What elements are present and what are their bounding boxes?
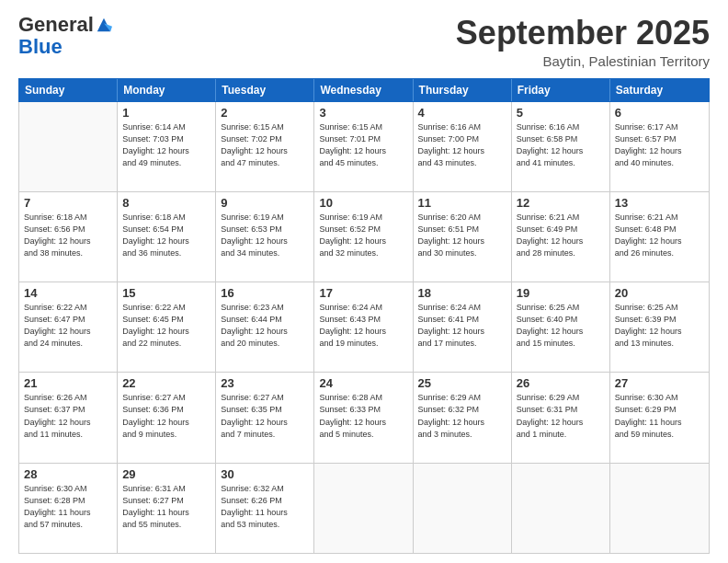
calendar-cell: 28Sunrise: 6:30 AM Sunset: 6:28 PM Dayli… [19,464,118,553]
day-number: 8 [122,196,210,210]
day-info: Sunrise: 6:30 AM Sunset: 6:28 PM Dayligh… [24,483,112,531]
calendar-cell [414,464,512,553]
day-info: Sunrise: 6:24 AM Sunset: 6:41 PM Dayligh… [418,302,506,350]
day-number: 17 [319,286,407,300]
day-info: Sunrise: 6:23 AM Sunset: 6:44 PM Dayligh… [221,302,309,350]
day-info: Sunrise: 6:27 AM Sunset: 6:35 PM Dayligh… [221,392,309,440]
day-info: Sunrise: 6:29 AM Sunset: 6:32 PM Dayligh… [418,392,506,440]
calendar-cell [512,464,610,553]
day-number: 16 [221,286,309,300]
header: General Blue September 2025 Baytin, Pale… [18,15,710,69]
page: General Blue September 2025 Baytin, Pale… [0,0,728,563]
day-info: Sunrise: 6:25 AM Sunset: 6:40 PM Dayligh… [517,302,605,350]
month-title: September 2025 [456,15,710,52]
calendar-cell: 12Sunrise: 6:21 AM Sunset: 6:49 PM Dayli… [512,192,610,282]
day-info: Sunrise: 6:21 AM Sunset: 6:48 PM Dayligh… [615,212,704,259]
calendar-cell: 30Sunrise: 6:32 AM Sunset: 6:26 PM Dayli… [216,464,314,553]
calendar-cell: 23Sunrise: 6:27 AM Sunset: 6:35 PM Dayli… [216,373,314,462]
calendar-cell: 2Sunrise: 6:15 AM Sunset: 7:02 PM Daylig… [216,102,314,191]
logo-general-text: General [18,15,94,35]
day-info: Sunrise: 6:17 AM Sunset: 6:57 PM Dayligh… [615,121,704,169]
day-number: 21 [24,376,112,390]
day-number: 15 [122,286,210,300]
day-number: 25 [418,376,506,390]
calendar-cell: 18Sunrise: 6:24 AM Sunset: 6:41 PM Dayli… [414,282,512,372]
calendar-cell: 21Sunrise: 6:26 AM Sunset: 6:37 PM Dayli… [19,373,118,462]
calendar-cell: 22Sunrise: 6:27 AM Sunset: 6:36 PM Dayli… [118,373,216,462]
day-info: Sunrise: 6:18 AM Sunset: 6:54 PM Dayligh… [122,212,210,259]
day-info: Sunrise: 6:26 AM Sunset: 6:37 PM Dayligh… [24,392,112,440]
day-info: Sunrise: 6:31 AM Sunset: 6:27 PM Dayligh… [122,483,210,531]
calendar-cell: 20Sunrise: 6:25 AM Sunset: 6:39 PM Dayli… [610,282,709,372]
day-info: Sunrise: 6:16 AM Sunset: 6:58 PM Dayligh… [517,121,605,169]
calendar-cell: 5Sunrise: 6:16 AM Sunset: 6:58 PM Daylig… [512,102,610,191]
day-info: Sunrise: 6:30 AM Sunset: 6:29 PM Dayligh… [615,392,704,440]
day-info: Sunrise: 6:25 AM Sunset: 6:39 PM Dayligh… [615,302,704,350]
day-info: Sunrise: 6:22 AM Sunset: 6:45 PM Dayligh… [122,302,210,350]
calendar-cell [610,464,709,553]
calendar: SundayMondayTuesdayWednesdayThursdayFrid… [18,78,710,554]
header-day-saturday: Saturday [610,79,709,101]
logo: General Blue [18,15,112,59]
day-number: 2 [221,106,309,120]
day-info: Sunrise: 6:19 AM Sunset: 6:53 PM Dayligh… [221,212,309,259]
day-number: 14 [24,286,112,300]
day-number: 28 [24,467,112,481]
day-info: Sunrise: 6:14 AM Sunset: 7:03 PM Dayligh… [122,121,210,169]
calendar-row-1: 7Sunrise: 6:18 AM Sunset: 6:56 PM Daylig… [19,192,709,282]
calendar-cell: 3Sunrise: 6:15 AM Sunset: 7:01 PM Daylig… [314,102,413,191]
day-number: 27 [615,376,704,390]
calendar-cell: 24Sunrise: 6:28 AM Sunset: 6:33 PM Dayli… [314,373,413,462]
header-day-tuesday: Tuesday [216,79,314,101]
calendar-cell [19,102,118,191]
calendar-cell: 16Sunrise: 6:23 AM Sunset: 6:44 PM Dayli… [216,282,314,372]
header-day-monday: Monday [118,79,216,101]
logo-blue-text: Blue [18,35,63,58]
calendar-cell: 27Sunrise: 6:30 AM Sunset: 6:29 PM Dayli… [610,373,709,462]
calendar-cell: 13Sunrise: 6:21 AM Sunset: 6:48 PM Dayli… [610,192,709,282]
calendar-cell: 4Sunrise: 6:16 AM Sunset: 7:00 PM Daylig… [414,102,512,191]
title-block: September 2025 Baytin, Palestinian Terri… [456,15,710,69]
day-info: Sunrise: 6:20 AM Sunset: 6:51 PM Dayligh… [418,212,506,259]
calendar-cell: 25Sunrise: 6:29 AM Sunset: 6:32 PM Dayli… [414,373,512,462]
calendar-header: SundayMondayTuesdayWednesdayThursdayFrid… [18,78,710,102]
location: Baytin, Palestinian Territory [456,53,710,69]
day-number: 24 [319,376,407,390]
day-number: 1 [122,106,210,120]
day-number: 22 [122,376,210,390]
day-info: Sunrise: 6:29 AM Sunset: 6:31 PM Dayligh… [517,392,605,440]
calendar-row-0: 1Sunrise: 6:14 AM Sunset: 7:03 PM Daylig… [19,102,709,192]
calendar-cell: 7Sunrise: 6:18 AM Sunset: 6:56 PM Daylig… [19,192,118,282]
day-number: 5 [517,106,605,120]
day-number: 11 [418,196,506,210]
day-number: 30 [221,467,309,481]
day-number: 7 [24,196,112,210]
svg-marker-0 [97,18,110,31]
day-number: 19 [517,286,605,300]
day-number: 23 [221,376,309,390]
calendar-cell [314,464,413,553]
header-day-wednesday: Wednesday [314,79,413,101]
calendar-cell: 1Sunrise: 6:14 AM Sunset: 7:03 PM Daylig… [118,102,216,191]
day-number: 20 [615,286,704,300]
day-number: 18 [418,286,506,300]
calendar-cell: 10Sunrise: 6:19 AM Sunset: 6:52 PM Dayli… [314,192,413,282]
day-info: Sunrise: 6:27 AM Sunset: 6:36 PM Dayligh… [122,392,210,440]
calendar-cell: 11Sunrise: 6:20 AM Sunset: 6:51 PM Dayli… [414,192,512,282]
day-info: Sunrise: 6:28 AM Sunset: 6:33 PM Dayligh… [319,392,407,440]
day-number: 13 [615,196,704,210]
logo-icon [96,17,112,33]
calendar-cell: 14Sunrise: 6:22 AM Sunset: 6:47 PM Dayli… [19,282,118,372]
calendar-cell: 6Sunrise: 6:17 AM Sunset: 6:57 PM Daylig… [610,102,709,191]
day-info: Sunrise: 6:21 AM Sunset: 6:49 PM Dayligh… [517,212,605,259]
day-number: 9 [221,196,309,210]
day-info: Sunrise: 6:19 AM Sunset: 6:52 PM Dayligh… [319,212,407,259]
calendar-cell: 26Sunrise: 6:29 AM Sunset: 6:31 PM Dayli… [512,373,610,462]
header-day-thursday: Thursday [414,79,512,101]
day-number: 10 [319,196,407,210]
calendar-cell: 8Sunrise: 6:18 AM Sunset: 6:54 PM Daylig… [118,192,216,282]
day-info: Sunrise: 6:18 AM Sunset: 6:56 PM Dayligh… [24,212,112,259]
calendar-cell: 15Sunrise: 6:22 AM Sunset: 6:45 PM Dayli… [118,282,216,372]
calendar-cell: 29Sunrise: 6:31 AM Sunset: 6:27 PM Dayli… [118,464,216,553]
day-info: Sunrise: 6:16 AM Sunset: 7:00 PM Dayligh… [418,121,506,169]
